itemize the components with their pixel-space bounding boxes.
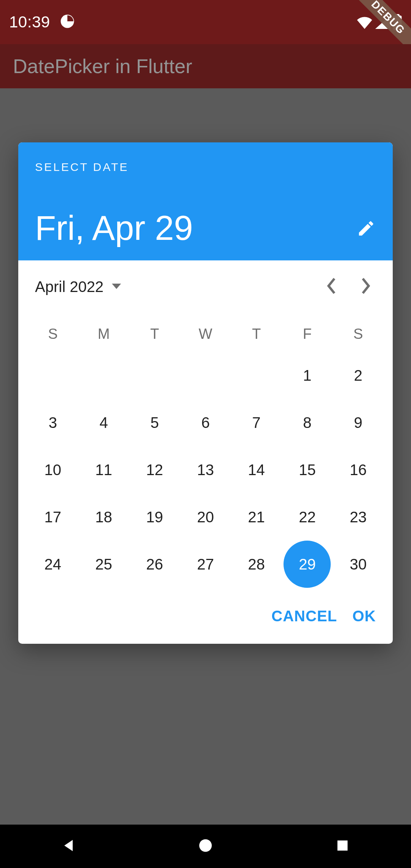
chevron-left-icon bbox=[325, 277, 338, 296]
dialog-header-label: SELECT DATE bbox=[35, 161, 376, 174]
calendar-day-28[interactable]: 28 bbox=[233, 541, 280, 588]
calendar-day-13[interactable]: 13 bbox=[182, 446, 229, 493]
circle-home-icon bbox=[197, 837, 214, 855]
weekday-row: S M T W T F S bbox=[27, 316, 384, 352]
calendar-week-row: 17181920212223 bbox=[27, 493, 384, 541]
calendar-day-14[interactable]: 14 bbox=[233, 446, 280, 493]
home-button[interactable] bbox=[194, 835, 217, 858]
calendar-week-row: 10111213141516 bbox=[27, 446, 384, 493]
month-navigation-row: April 2022 bbox=[18, 260, 393, 308]
calendar-day-20[interactable]: 20 bbox=[182, 493, 229, 541]
calendar-week-row: 24252627282930 bbox=[27, 541, 384, 588]
back-button[interactable] bbox=[57, 835, 80, 858]
calendar-day-21[interactable]: 21 bbox=[233, 493, 280, 541]
chevron-right-icon bbox=[360, 277, 372, 296]
calendar-day-11[interactable]: 11 bbox=[80, 446, 127, 493]
weekday-cell: F bbox=[282, 316, 333, 352]
calendar-day-18[interactable]: 18 bbox=[80, 493, 127, 541]
cancel-button[interactable]: CANCEL bbox=[271, 608, 337, 625]
weekday-cell: M bbox=[78, 316, 129, 352]
calendar-day-16[interactable]: 16 bbox=[335, 446, 382, 493]
calendar-day-22[interactable]: 22 bbox=[284, 493, 331, 541]
weekday-cell: S bbox=[333, 316, 384, 352]
recent-apps-button[interactable] bbox=[331, 835, 354, 858]
weekday-cell: T bbox=[231, 316, 282, 352]
dialog-actions: CANCEL OK bbox=[18, 590, 393, 644]
calendar-day-30[interactable]: 30 bbox=[335, 541, 382, 588]
calendar-day-10[interactable]: 10 bbox=[29, 446, 76, 493]
ok-button[interactable]: OK bbox=[352, 608, 376, 625]
calendar-day-4[interactable]: 4 bbox=[80, 399, 127, 446]
pencil-icon bbox=[357, 219, 376, 239]
calendar-day-2[interactable]: 2 bbox=[335, 352, 382, 399]
calendar-week-row: 12 bbox=[27, 352, 384, 399]
calendar-day-17[interactable]: 17 bbox=[29, 493, 76, 541]
dialog-header: SELECT DATE Fri, Apr 29 bbox=[18, 142, 393, 260]
calendar-day-empty bbox=[29, 352, 76, 399]
weekday-cell: W bbox=[180, 316, 231, 352]
calendar-day-27[interactable]: 27 bbox=[182, 541, 229, 588]
calendar-day-25[interactable]: 25 bbox=[80, 541, 127, 588]
wifi-icon bbox=[356, 15, 373, 29]
dropdown-arrow-icon bbox=[111, 283, 122, 290]
calendar-day-5[interactable]: 5 bbox=[131, 399, 178, 446]
calendar-day-empty bbox=[233, 352, 280, 399]
screen-rotation-icon bbox=[59, 13, 75, 31]
month-year-dropdown[interactable]: April 2022 bbox=[35, 278, 122, 295]
calendar-day-15[interactable]: 15 bbox=[284, 446, 331, 493]
month-year-label: April 2022 bbox=[35, 278, 104, 295]
calendar-day-6[interactable]: 6 bbox=[182, 399, 229, 446]
calendar-day-8[interactable]: 8 bbox=[284, 399, 331, 446]
svg-rect-4 bbox=[338, 841, 348, 851]
weekday-cell: S bbox=[27, 316, 78, 352]
calendar-day-23[interactable]: 23 bbox=[335, 493, 382, 541]
calendar-day-9[interactable]: 9 bbox=[335, 399, 382, 446]
calendar-day-26[interactable]: 26 bbox=[131, 541, 178, 588]
edit-date-input-button[interactable] bbox=[355, 219, 377, 240]
calendar-day-3[interactable]: 3 bbox=[29, 399, 76, 446]
triangle-back-icon bbox=[60, 837, 77, 855]
calendar-day-empty bbox=[131, 352, 178, 399]
calendar-day-29[interactable]: 29 bbox=[284, 541, 331, 588]
calendar-week-row: 3456789 bbox=[27, 399, 384, 446]
date-picker-dialog: SELECT DATE Fri, Apr 29 April 2022 bbox=[18, 142, 393, 644]
calendar-day-7[interactable]: 7 bbox=[233, 399, 280, 446]
calendar-day-19[interactable]: 19 bbox=[131, 493, 178, 541]
status-left: 10:39 bbox=[9, 13, 75, 31]
selected-date-display: Fri, Apr 29 bbox=[35, 211, 376, 245]
calendar-day-empty bbox=[80, 352, 127, 399]
next-month-button[interactable] bbox=[349, 270, 383, 304]
calendar-day-24[interactable]: 24 bbox=[29, 541, 76, 588]
weekday-cell: T bbox=[129, 316, 180, 352]
square-recent-icon bbox=[335, 838, 350, 855]
android-nav-bar bbox=[0, 825, 411, 868]
svg-point-3 bbox=[199, 839, 212, 852]
prev-month-button[interactable] bbox=[314, 270, 349, 304]
calendar-day-12[interactable]: 12 bbox=[131, 446, 178, 493]
calendar-grid: S M T W T F S 12345678910111213141516171… bbox=[18, 308, 393, 590]
calendar-day-1[interactable]: 1 bbox=[284, 352, 331, 399]
status-time: 10:39 bbox=[9, 13, 50, 31]
calendar-day-empty bbox=[182, 352, 229, 399]
status-bar: 10:39 bbox=[0, 0, 411, 44]
